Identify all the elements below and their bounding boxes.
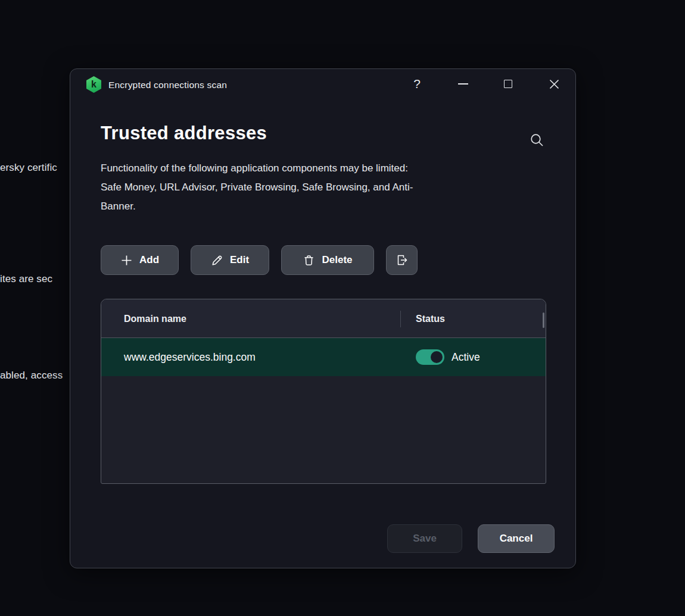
export-icon [396, 254, 409, 267]
description-line: Banner. [101, 197, 524, 216]
kaspersky-logo-letter: k [91, 80, 96, 89]
pencil-icon [211, 254, 223, 267]
cancel-button[interactable]: Cancel [478, 524, 555, 553]
minimize-button[interactable] [452, 73, 474, 95]
column-header-status: Status [416, 299, 445, 338]
search-icon [529, 132, 545, 148]
plus-icon [120, 254, 133, 267]
edit-button[interactable]: Edit [191, 245, 269, 275]
delete-button[interactable]: Delete [281, 245, 374, 275]
background-text-fragment: ites are sec [0, 273, 52, 285]
toolbar: Add Edit Delete [101, 245, 418, 275]
table-header: Domain name Status [101, 299, 546, 338]
table-row[interactable]: www.edgeservices.bing.com Active [101, 338, 546, 376]
window-title: Encrypted connections scan [108, 69, 227, 100]
description-line: Functionality of the following applicati… [101, 159, 524, 178]
toggle-knob [431, 351, 443, 363]
description: Functionality of the following applicati… [101, 159, 524, 216]
search-button[interactable] [526, 129, 547, 151]
status-toggle[interactable] [416, 349, 444, 365]
title-bar: k Encrypted connections scan ? [70, 69, 575, 100]
domain-name-cell: www.edgeservices.bing.com [124, 338, 256, 376]
background-text-fragment: abled, access [0, 370, 63, 382]
table-scrollbar-thumb[interactable] [543, 312, 544, 328]
help-button[interactable]: ? [406, 73, 428, 95]
delete-button-label: Delete [322, 254, 352, 266]
trusted-addresses-table: Domain name Status www.edgeservices.bing… [101, 299, 546, 484]
page-title: Trusted addresses [101, 123, 267, 144]
maximize-button[interactable] [497, 73, 519, 95]
help-icon: ? [413, 77, 421, 91]
close-icon [549, 79, 559, 89]
close-button[interactable] [543, 73, 565, 95]
add-button-label: Add [139, 254, 159, 266]
column-divider [400, 311, 401, 327]
export-button[interactable] [386, 245, 418, 275]
description-line: Safe Money, URL Advisor, Private Browsin… [101, 178, 524, 197]
add-button[interactable]: Add [101, 245, 179, 275]
status-label: Active [452, 338, 480, 376]
edit-button-label: Edit [230, 254, 249, 266]
trash-icon [303, 254, 315, 267]
kaspersky-logo-icon: k [86, 76, 101, 93]
background-text-fragment: ersky certific [0, 162, 57, 174]
minimize-icon [458, 83, 468, 85]
encrypted-connections-dialog: k Encrypted connections scan ? Trusted a… [70, 68, 576, 568]
column-header-domain-name: Domain name [124, 299, 186, 338]
save-button[interactable]: Save [387, 524, 462, 553]
maximize-icon [504, 80, 512, 88]
